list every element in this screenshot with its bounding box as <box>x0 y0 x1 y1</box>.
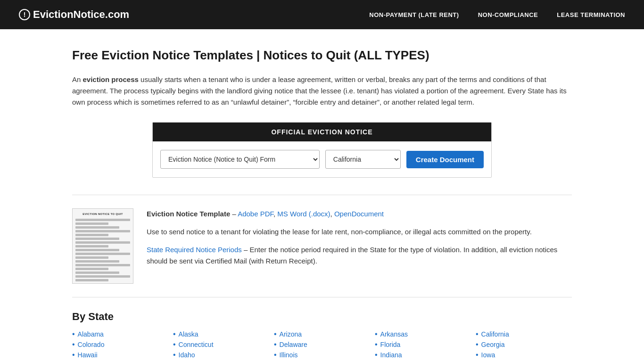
by-state-heading: By State <box>72 311 572 323</box>
state-link[interactable]: Florida <box>380 341 401 348</box>
doc-preview-title: EVICTION NOTICE TO QUIT <box>75 213 130 215</box>
site-header: ! EvictionNotice.com NON-PAYMENT (LATE R… <box>0 0 644 29</box>
doc-line-16 <box>75 275 130 278</box>
notice-box-body: Eviction Notice (Notice to Quit) Form3-D… <box>153 141 491 177</box>
doc-line-8 <box>75 245 108 247</box>
doc-line-15 <box>75 272 119 274</box>
list-item: Illinois <box>274 351 370 359</box>
notice-periods-link[interactable]: State Required Notice Periods <box>147 246 242 254</box>
template-label: Eviction Notice Template <box>147 210 230 218</box>
page-title: Free Eviction Notice Templates | Notices… <box>72 48 572 63</box>
list-item: Iowa <box>476 351 572 359</box>
template-dash: – <box>232 210 238 218</box>
nav-noncompliance[interactable]: NON-COMPLIANCE <box>478 11 538 18</box>
doc-preview: EVICTION NOTICE TO QUIT <box>75 213 130 281</box>
nav-nonpayment[interactable]: NON-PAYMENT (LATE RENT) <box>369 11 459 18</box>
list-item: Colorado <box>72 341 168 348</box>
state-link[interactable]: Connecticut <box>179 341 214 348</box>
intro-paragraph: An eviction process usually starts when … <box>72 74 572 108</box>
notice-box-header: OFFICIAL EVICTION NOTICE <box>153 123 491 141</box>
intro-bold: eviction process <box>83 75 139 83</box>
intro-text-end: usually starts when a tenant who is unde… <box>72 75 567 106</box>
state-link[interactable]: Georgia <box>481 341 505 348</box>
list-item: California <box>476 330 572 338</box>
doc-line-1 <box>75 219 130 221</box>
doc-line-9 <box>75 249 119 251</box>
list-item: Connecticut <box>173 341 269 348</box>
notice-periods-paragraph: State Required Notice Periods – Enter th… <box>147 244 572 267</box>
state-link[interactable]: Indiana <box>380 351 402 359</box>
doc-line-11 <box>75 256 108 259</box>
list-item: Alabama <box>72 330 168 338</box>
template-preview-image: EVICTION NOTICE TO QUIT <box>72 208 133 284</box>
doc-line-7 <box>75 241 130 244</box>
doc-line-17 <box>75 279 108 281</box>
list-item: Arizona <box>274 330 370 338</box>
state-link[interactable]: Alaska <box>179 330 198 338</box>
divider-1 <box>72 195 572 195</box>
template-link-pdf[interactable]: Adobe PDF <box>238 210 273 218</box>
state-link[interactable]: Arizona <box>280 330 302 338</box>
state-link[interactable]: Arkansas <box>380 330 408 338</box>
state-link[interactable]: California <box>481 330 509 338</box>
logo-text: EvictionNotice.com <box>33 8 129 21</box>
state-link[interactable]: Delaware <box>280 341 307 348</box>
list-item: Florida <box>375 341 471 348</box>
main-nav: NON-PAYMENT (LATE RENT) NON-COMPLIANCE L… <box>369 11 625 18</box>
state-link[interactable]: Hawaii <box>78 351 98 359</box>
eviction-notice-box: OFFICIAL EVICTION NOTICE Eviction Notice… <box>152 122 492 178</box>
logo-icon: ! <box>19 9 30 20</box>
state-link[interactable]: Alabama <box>78 330 104 338</box>
nav-lease-termination[interactable]: LEASE TERMINATION <box>557 11 625 18</box>
doc-line-3 <box>75 226 119 229</box>
state-link[interactable]: Colorado <box>78 341 105 348</box>
doc-line-12 <box>75 260 119 263</box>
by-state-section: By State AlabamaAlaskaArizonaArkansasCal… <box>72 311 572 359</box>
template-section: EVICTION NOTICE TO QUIT <box>72 208 572 284</box>
template-links-paragraph: Eviction Notice Template – Adobe PDF, MS… <box>147 208 572 220</box>
doc-line-10 <box>75 253 130 255</box>
state-link[interactable]: Illinois <box>280 351 298 359</box>
state-link[interactable]: Iowa <box>481 351 495 359</box>
state-select[interactable]: AlabamaAlaskaArizonaArkansasCaliforniaCo… <box>325 150 401 169</box>
site-logo[interactable]: ! EvictionNotice.com <box>19 8 129 21</box>
doc-line-14 <box>75 268 108 270</box>
doc-line-4 <box>75 230 130 232</box>
template-info: Eviction Notice Template – Adobe PDF, MS… <box>147 208 572 273</box>
list-item: Idaho <box>173 351 269 359</box>
list-item: Georgia <box>476 341 572 348</box>
doc-line-5 <box>75 234 108 236</box>
doc-line-13 <box>75 264 130 266</box>
template-link-word[interactable]: MS Word (.docx) <box>277 210 330 218</box>
list-item: Indiana <box>375 351 471 359</box>
list-item: Delaware <box>274 341 370 348</box>
list-item: Arkansas <box>375 330 471 338</box>
list-item: Alaska <box>173 330 269 338</box>
state-link[interactable]: Idaho <box>179 351 195 359</box>
template-description: Use to send notice to a tenant for viola… <box>147 226 572 238</box>
template-link-opendoc[interactable]: OpenDocument <box>334 210 384 218</box>
create-document-button[interactable]: Create Document <box>406 151 484 168</box>
list-item: Hawaii <box>72 351 168 359</box>
doc-line-6 <box>75 238 119 240</box>
state-list: AlabamaAlaskaArizonaArkansasCaliforniaCo… <box>72 330 572 359</box>
main-content: Free Eviction Notice Templates | Notices… <box>63 29 581 362</box>
form-type-select[interactable]: Eviction Notice (Notice to Quit) Form3-D… <box>160 150 320 169</box>
divider-2 <box>72 297 572 297</box>
doc-line-2 <box>75 222 108 225</box>
